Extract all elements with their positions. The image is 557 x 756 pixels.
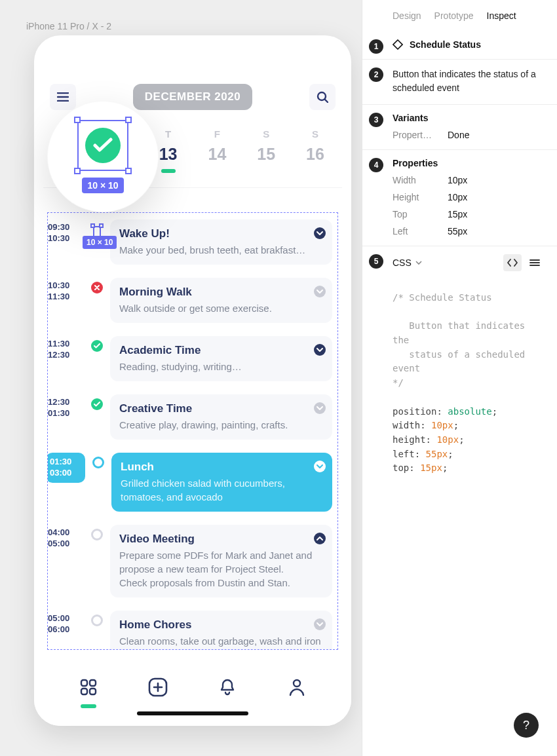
event-title: Wake Up! [119,227,323,240]
event-status[interactable] [90,611,104,626]
component-icon [393,39,403,50]
callout-5: 5 [369,254,383,269]
event-times: 12:3001:30 [48,394,84,419]
svg-rect-2 [90,680,96,686]
menu-button[interactable] [50,84,76,110]
event-row: 10:3011:30Morning Walk Walk outside or g… [48,271,332,323]
variant-prop-label: Propert… [393,130,438,140]
frame-label: iPhone 11 Pro / X - 2 [26,21,111,31]
prop-key: Top [393,209,438,219]
tab-inspect[interactable]: Inspect [487,10,516,21]
code-view-button[interactable] [503,254,522,271]
check-icon [94,402,100,407]
month-pill[interactable]: DECEMBER 2020 [133,84,252,110]
prop-value: 55px [448,226,467,236]
event-title: Creative Time [119,402,323,415]
chevron-icon [317,464,323,468]
tab-design[interactable]: Design [393,10,421,21]
check-icon [93,138,113,153]
day-16[interactable]: S16 [295,128,336,173]
event-title: Lunch [121,461,323,474]
grid-icon [80,679,97,696]
event-card[interactable]: Video Meeting Prepare some PDFs for Mark… [110,525,332,597]
svg-rect-4 [90,689,96,694]
event-row: 01:3003:00Lunch Grilled chicken salad wi… [48,446,332,512]
event-status[interactable] [90,394,104,410]
dimension-badge: 10 × 10 [82,178,123,193]
event-desc: Walk outside or get some exercise. [119,301,323,315]
day-14[interactable]: F14 [197,128,237,173]
event-status[interactable] [90,525,104,540]
event-card[interactable]: Lunch Grilled chicken salad with cucumbe… [111,453,332,512]
day-number: 14 [197,145,237,164]
event-desc: Make your bed, brush teeth, eat brakfast… [119,243,323,257]
callout-1: 1 [369,39,383,54]
nav-add[interactable] [144,673,172,702]
expand-toggle[interactable] [314,227,326,239]
status-done-icon [85,128,121,163]
chevron-icon [317,348,323,352]
event-status[interactable] [92,453,105,468]
prop-value: 10px [448,175,467,185]
search-button[interactable] [309,84,336,110]
day-label: S [295,128,336,140]
hamburger-icon [57,92,69,102]
event-times: 11:3012:30 [48,336,84,361]
section-properties: 4 Properties Width10pxHeight10pxTop15pxL… [362,150,557,246]
expand-toggle[interactable] [314,344,326,356]
selection-bounds[interactable] [77,120,128,171]
event-title: Academic Time [119,344,323,357]
expand-toggle[interactable] [314,402,326,414]
nav-home[interactable] [74,673,103,702]
x-icon [94,285,100,290]
event-status[interactable] [90,336,104,352]
section-component-name: 1 Schedule Status [362,31,557,60]
help-button[interactable]: ? [514,713,539,738]
section-variants: 3 Variants Propert… Done [362,105,557,150]
svg-rect-1 [81,680,87,686]
event-status[interactable] [90,278,104,293]
chevron-icon [317,231,323,235]
event-times: 04:0005:00 [48,525,84,550]
code-language-dropdown[interactable]: CSS [393,257,422,268]
home-indicator [137,711,248,715]
event-times: 05:0006:00 [48,611,84,635]
prop-key: Height [393,192,438,202]
event-row: 05:0006:00Home Chores Clean rooms, take … [48,604,332,650]
list-icon [529,259,540,267]
expand-toggle[interactable] [314,533,326,544]
event-desc: Creative play, drawing, painting, crafts… [119,418,323,432]
event-card[interactable]: Wake Up! Make your bed, brush teeth, eat… [110,219,332,265]
prop-value: 10px [448,192,467,202]
event-row: 11:3012:30Academic Time Reading, studyin… [48,330,332,381]
callout-4: 4 [369,158,383,172]
event-row: 04:0005:00Video Meeting Prepare some PDF… [48,518,332,597]
nav-profile[interactable] [282,673,311,702]
day-number: 15 [246,145,286,164]
event-card[interactable]: Home Chores Clean rooms, take out garbag… [110,611,332,650]
day-label: S [246,128,286,140]
variants-title: Variants [393,113,428,123]
event-title: Video Meeting [119,533,323,546]
section-code: 5 CSS [362,246,557,280]
tab-prototype[interactable]: Prototype [434,10,474,21]
component-description: Button that indicates the status of a sc… [393,67,544,95]
event-card[interactable]: Creative Time Creative play, drawing, pa… [110,394,332,440]
event-card[interactable]: Academic Time Reading, studying, writing… [110,336,332,381]
table-view-button[interactable] [526,254,544,271]
event-card[interactable]: Morning Walk Walk outside or get some ex… [110,278,332,323]
expand-toggle[interactable] [314,618,326,630]
event-row: 12:3001:30Creative Time Creative play, d… [48,388,332,440]
expand-toggle[interactable] [314,461,326,472]
day-15[interactable]: S15 [246,128,286,173]
event-desc: Reading, studying, writing… [119,360,323,373]
expand-toggle[interactable] [314,286,326,297]
code-block[interactable]: /* Schedule Status Button that indicates… [362,291,557,476]
chevron-icon [317,622,323,626]
event-desc: Clean rooms, take out garbage, wash and … [119,634,323,648]
inspect-panel: Design Prototype Inspect 1 Schedule Stat… [362,0,557,756]
event-desc: Prepare some PDFs for Mark and Janet and… [119,548,323,590]
nav-alerts[interactable] [213,673,242,702]
event-title: Morning Walk [119,286,323,299]
event-desc: Grilled chicken salad with cucumbers, to… [121,476,323,504]
